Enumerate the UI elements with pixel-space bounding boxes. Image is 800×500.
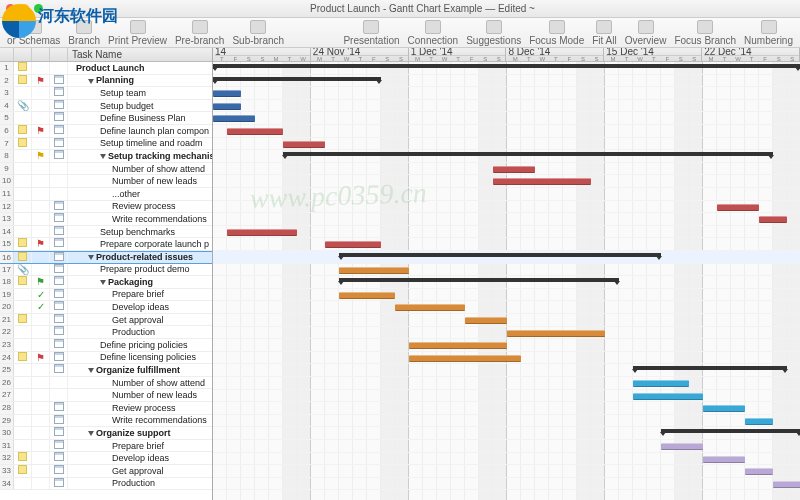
close-icon[interactable] xyxy=(6,4,15,13)
presentation-icon xyxy=(363,20,379,34)
summary-bar[interactable] xyxy=(213,77,381,81)
task-row[interactable]: 5Define Business Plan xyxy=(0,112,212,125)
task-bar[interactable] xyxy=(339,292,395,299)
task-bar[interactable] xyxy=(409,342,507,349)
task-row[interactable]: 34Production xyxy=(0,478,212,491)
expand-icon[interactable] xyxy=(100,280,106,285)
summary-bar[interactable] xyxy=(339,253,661,257)
task-row[interactable]: 2⚑Planning xyxy=(0,75,212,88)
task-row[interactable]: 21Get approval xyxy=(0,314,212,327)
expand-icon[interactable] xyxy=(88,79,94,84)
task-row[interactable]: 27Number of new leads xyxy=(0,389,212,402)
task-bar[interactable] xyxy=(409,355,521,362)
task-bar[interactable] xyxy=(213,115,255,122)
task-bar[interactable] xyxy=(493,166,535,173)
expand-icon[interactable] xyxy=(88,431,94,436)
summary-bar[interactable] xyxy=(633,366,787,370)
task-row[interactable]: 25Organize fulfillment xyxy=(0,364,212,377)
task-bar[interactable] xyxy=(493,178,591,185)
presentation-button[interactable]: Presentation xyxy=(340,19,402,47)
task-row[interactable]: 32Develop ideas xyxy=(0,452,212,465)
task-row[interactable]: 9Number of show attend xyxy=(0,163,212,176)
task-row[interactable]: 20✓Develop ideas xyxy=(0,301,212,314)
gantt-chart[interactable] xyxy=(213,62,800,500)
suggestions-button[interactable]: Suggestions xyxy=(463,19,524,47)
numbering-button[interactable]: Numbering xyxy=(741,19,796,47)
calendar-icon xyxy=(54,478,64,487)
task-row[interactable]: 23Define pricing policies xyxy=(0,339,212,352)
task-bar[interactable] xyxy=(633,380,689,387)
task-row[interactable]: 13Write recommendations xyxy=(0,213,212,226)
task-bar[interactable] xyxy=(717,204,759,211)
task-row[interactable]: 18⚑Packaging xyxy=(0,276,212,289)
task-row[interactable]: 4📎Setup budget xyxy=(0,100,212,113)
task-row[interactable]: 14Setup benchmarks xyxy=(0,226,212,239)
expand-icon[interactable] xyxy=(100,154,106,159)
task-bar[interactable] xyxy=(745,468,773,475)
task-bar[interactable] xyxy=(465,317,507,324)
task-row[interactable]: 31Prepare brief xyxy=(0,440,212,453)
task-row[interactable]: 22Production xyxy=(0,326,212,339)
task-row[interactable]: 26Number of show attend xyxy=(0,377,212,390)
expand-icon[interactable] xyxy=(88,368,94,373)
focus-mode-button[interactable]: Focus Mode xyxy=(526,19,587,47)
task-bar[interactable] xyxy=(703,405,745,412)
expand-icon[interactable] xyxy=(88,255,94,260)
zoom-icon[interactable] xyxy=(34,4,43,13)
calendar-icon xyxy=(54,326,64,335)
summary-bar[interactable] xyxy=(661,429,800,433)
summary-bar[interactable] xyxy=(283,152,773,156)
task-row[interactable]: 16Product-related issues xyxy=(0,251,212,264)
calendar-icon xyxy=(54,125,64,134)
task-bar[interactable] xyxy=(507,330,605,337)
task-bar[interactable] xyxy=(227,229,297,236)
task-name-header[interactable]: Task Name xyxy=(68,48,212,61)
task-row[interactable]: 12Review process xyxy=(0,201,212,214)
task-row[interactable]: 30Organize support xyxy=(0,427,212,440)
sub-branch-button[interactable]: Sub-branch xyxy=(229,19,287,47)
task-bar[interactable] xyxy=(213,90,241,97)
task-bar[interactable] xyxy=(339,267,409,274)
summary-bar[interactable] xyxy=(213,64,800,68)
task-bar[interactable] xyxy=(745,418,773,425)
task-row[interactable]: 17📎Prepare product demo xyxy=(0,264,212,277)
fit-all-button[interactable]: Fit All xyxy=(589,19,619,47)
print-preview-button[interactable]: Print Preview xyxy=(105,19,170,47)
task-row[interactable]: 24⚑Define licensing policies xyxy=(0,352,212,365)
task-bar[interactable] xyxy=(661,443,703,450)
color-schemas-button[interactable]: or Schemas xyxy=(4,19,63,47)
task-name: Organize fulfillment xyxy=(68,364,212,376)
task-row[interactable]: 28Review process xyxy=(0,402,212,415)
toolbar: or SchemasBranchPrint PreviewPre-branchS… xyxy=(0,18,800,48)
flag-icon: ⚑ xyxy=(36,276,45,287)
minimize-icon[interactable] xyxy=(20,4,29,13)
task-row[interactable]: 6⚑Define launch plan compon xyxy=(0,125,212,138)
row-number: 14 xyxy=(0,226,14,238)
focus-branch-button[interactable]: Focus Branch xyxy=(671,19,739,47)
task-bar[interactable] xyxy=(227,128,283,135)
pre-branch-button[interactable]: Pre-branch xyxy=(172,19,227,47)
task-bar[interactable] xyxy=(395,304,465,311)
task-bar[interactable] xyxy=(773,481,800,488)
summary-bar[interactable] xyxy=(339,278,619,282)
task-bar[interactable] xyxy=(703,456,745,463)
task-row[interactable]: 10Number of new leads xyxy=(0,175,212,188)
task-row[interactable]: 8⚑Setup tracking mechanis xyxy=(0,150,212,163)
task-bar[interactable] xyxy=(213,103,241,110)
overview-button[interactable]: Overview xyxy=(622,19,670,47)
task-bar[interactable] xyxy=(283,141,325,148)
task-bar[interactable] xyxy=(325,241,381,248)
task-row[interactable]: 33Get approval xyxy=(0,465,212,478)
task-row[interactable]: 29Write recommendations xyxy=(0,415,212,428)
task-bar[interactable] xyxy=(633,393,703,400)
branch-button[interactable]: Branch xyxy=(65,19,103,47)
task-row[interactable]: 15⚑Prepare corporate launch p xyxy=(0,238,212,251)
task-row[interactable]: 3Setup team xyxy=(0,87,212,100)
task-row[interactable]: 19✓Prepare brief xyxy=(0,289,212,302)
connection-button[interactable]: Connection xyxy=(405,19,462,47)
task-bar[interactable] xyxy=(759,216,787,223)
task-row[interactable]: 7Setup timeline and roadm xyxy=(0,138,212,151)
task-row[interactable]: 1Product Launch xyxy=(0,62,212,75)
gantt-pane[interactable]: 14TFSSMTW24 Nov '14MTWTFSS1 Dec '14MTWTF… xyxy=(213,48,800,500)
task-row[interactable]: 11...other xyxy=(0,188,212,201)
